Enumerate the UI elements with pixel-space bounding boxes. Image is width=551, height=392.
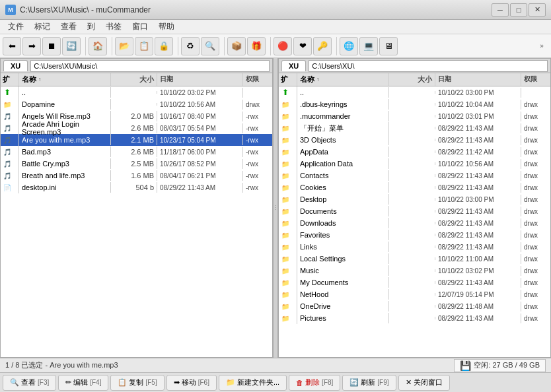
minimize-button[interactable]: ─	[492, 3, 509, 16]
tb-overflow[interactable]: »	[535, 37, 548, 55]
table-row[interactable]: 📁 Favorites 08/29/22 11:43 AM drwx	[279, 229, 550, 241]
tb-search[interactable]: 🔍	[201, 37, 219, 55]
file-ext: 📁	[279, 170, 297, 181]
close-button[interactable]: ✕	[529, 3, 546, 16]
table-row[interactable]: 📁 Documents 08/29/22 11:43 AM drwx	[279, 205, 550, 217]
tb-pc[interactable]: 💻	[359, 37, 378, 55]
left-col-perm[interactable]: 权限	[243, 73, 272, 86]
table-row[interactable]: 🎵 Breath and life.mp3 1.6 MB 08/04/17 06…	[1, 170, 272, 181]
table-row[interactable]: 📁 Desktop 10/10/22 03:00 PM drwx	[279, 193, 550, 205]
tb-fav[interactable]: ❤	[293, 37, 312, 55]
table-row[interactable]: 📁 Pictures 08/29/22 11:43 AM drwx	[279, 312, 550, 324]
file-date: 08/29/22 11:48 AM	[435, 302, 521, 311]
table-row[interactable]: 📁 AppData 08/29/22 11:42 AM drwx	[279, 146, 550, 158]
table-row[interactable]: 🎵 Bad.mp3 2.6 MB 11/18/17 06:00 PM -rwx	[1, 146, 272, 158]
tb-refresh[interactable]: 🔄	[62, 37, 81, 55]
bottom-btn-mkdir[interactable]: 📁新建文件夹...	[219, 375, 287, 391]
right-col-size[interactable]: 大小	[389, 73, 435, 86]
bottom-btn-edit[interactable]: ✏编辑[F4]	[58, 375, 108, 391]
bottom-btn-close[interactable]: ✕关闭窗口	[398, 375, 450, 391]
table-row[interactable]: 🎵 Battle Cry.mp3 2.5 MB 10/26/17 08:52 P…	[1, 158, 272, 170]
right-path-input[interactable]	[309, 60, 548, 72]
tb-archive[interactable]: 📦	[227, 37, 246, 55]
table-row[interactable]: 📁 OneDrive 08/29/22 11:48 AM drwx	[279, 300, 550, 312]
table-row[interactable]: 📁 My Documents 08/29/22 11:43 AM drwx	[279, 277, 550, 288]
file-ext: 📁	[279, 253, 297, 265]
table-row[interactable]: 📁 「开始」菜单 08/29/22 11:43 AM drwx	[279, 122, 550, 134]
table-row[interactable]: ⬆ .. 10/10/22 03:00 PM	[279, 86, 550, 98]
table-row[interactable]: 📁 Contacts 08/29/22 11:43 AM drwx	[279, 170, 550, 181]
menu-view[interactable]: 查看	[55, 20, 82, 34]
bottom-btn-refresh[interactable]: 🔄刷新[F9]	[342, 375, 396, 391]
file-size	[389, 293, 435, 296]
table-row[interactable]: 📁 3D Objects 08/29/22 11:43 AM drwx	[279, 134, 550, 146]
tb-back[interactable]: ⬅	[3, 37, 21, 55]
tb-recycle[interactable]: ♻	[181, 37, 200, 55]
tb-forward[interactable]: ➡	[22, 37, 41, 55]
table-row[interactable]: 📁 Local Settings 10/10/22 11:00 AM drwx	[279, 253, 550, 265]
tb-net[interactable]: 🌐	[340, 37, 358, 55]
file-ext: 📁	[279, 241, 297, 253]
table-row[interactable]: 📁 .dbus-keyrings 10/10/22 10:04 AM drwx	[279, 98, 550, 110]
left-tab-label[interactable]: XU	[3, 60, 28, 71]
tb-monitor[interactable]: 🖥	[379, 37, 398, 55]
tb-home[interactable]: 🏠	[89, 37, 107, 55]
right-col-date[interactable]: 日期	[435, 73, 521, 86]
tb-prefs[interactable]: 🔴	[274, 37, 292, 55]
table-row[interactable]: 📁 .mucommander 10/10/22 03:01 PM drwx	[279, 110, 550, 122]
file-size	[389, 150, 435, 153]
menu-go[interactable]: 到	[82, 20, 100, 34]
file-ext: 🎵	[1, 110, 19, 122]
menu-mark[interactable]: 标记	[29, 20, 55, 34]
table-row[interactable]: 📄 desktop.ini 504 b 08/29/22 11:43 AM -r…	[1, 181, 272, 193]
table-row[interactable]: 📁 NetHood 12/07/19 05:14 PM drwx	[279, 288, 550, 300]
table-row[interactable]: 🎵 Are you with me.mp3 2.1 MB 10/23/17 05…	[1, 134, 272, 146]
file-perm	[521, 91, 550, 94]
bottom-btn-delete[interactable]: 🗑删除[F8]	[289, 375, 340, 391]
menu-bookmark[interactable]: 书签	[100, 20, 127, 34]
tb-stop[interactable]: ⏹	[42, 37, 61, 55]
right-file-list: ⬆ .. 10/10/22 03:00 PM 📁 .dbus-keyrings …	[279, 86, 550, 357]
table-row[interactable]: 📁 Application Data 10/10/22 10:56 AM drw…	[279, 158, 550, 170]
file-ext: 📁	[279, 312, 297, 324]
maximize-button[interactable]: □	[510, 3, 527, 16]
file-perm: drwx	[521, 230, 550, 240]
tb-parent[interactable]: 📂	[115, 37, 133, 55]
table-row[interactable]: 📁 Links 08/29/22 11:43 AM drwx	[279, 241, 550, 253]
file-date: 12/07/19 05:14 PM	[435, 290, 521, 300]
file-perm: -rwx	[243, 171, 272, 181]
left-path-input[interactable]	[30, 60, 270, 72]
table-row[interactable]: 📁 Downloads 08/29/22 11:43 AM drwx	[279, 217, 550, 229]
table-row[interactable]: 📁 Music 10/10/22 03:02 PM drwx	[279, 265, 550, 277]
file-perm: drwx	[521, 218, 550, 228]
table-row[interactable]: ⬆ .. 10/10/22 03:02 PM	[1, 86, 272, 98]
menu-file[interactable]: 文件	[3, 20, 29, 34]
tb-lock[interactable]: 🔒	[155, 37, 173, 55]
tb-key[interactable]: 🔑	[313, 37, 332, 55]
bottom-btn-move[interactable]: ➡移动[F6]	[166, 375, 217, 391]
file-perm: drwx	[521, 302, 550, 311]
tb-copy-path[interactable]: 📋	[135, 37, 153, 55]
menu-help[interactable]: 帮助	[153, 20, 180, 34]
bottom-btn-view[interactable]: 🔍查看[F3]	[3, 375, 56, 391]
right-col-ext: 扩	[279, 73, 297, 86]
table-row[interactable]: 🎵 Arcade Ahri Login Screen.mp3 2.6 MB 08…	[1, 122, 272, 134]
menu-window[interactable]: 窗口	[127, 20, 153, 34]
tb-gift[interactable]: 🎁	[247, 37, 266, 55]
left-col-size[interactable]: 大小	[111, 73, 157, 86]
table-row[interactable]: 📁 Dopamine 10/10/22 10:56 AM drwx	[1, 98, 272, 110]
left-col-name[interactable]: 名称 ↑	[19, 73, 111, 86]
bottom-btn-copy[interactable]: 📋复制[F5]	[110, 375, 164, 391]
table-row[interactable]: 📁 Cookies 08/29/22 11:43 AM drwx	[279, 181, 550, 193]
right-col-perm[interactable]: 权限	[521, 73, 550, 86]
left-col-date[interactable]: 日期	[157, 73, 243, 86]
folder-icon: 📁	[281, 135, 290, 145]
right-col-name[interactable]: 名称 ↑	[297, 73, 389, 86]
right-tab-label[interactable]: XU	[281, 60, 306, 71]
music-icon: 🎵	[3, 171, 12, 180]
file-size	[389, 305, 435, 308]
file-perm: -rwx	[243, 159, 272, 169]
panel-divider[interactable]: ⋮	[273, 58, 278, 358]
file-date: 10/10/22 03:00 PM	[435, 195, 521, 205]
file-date: 08/29/22 11:43 AM	[435, 218, 521, 228]
